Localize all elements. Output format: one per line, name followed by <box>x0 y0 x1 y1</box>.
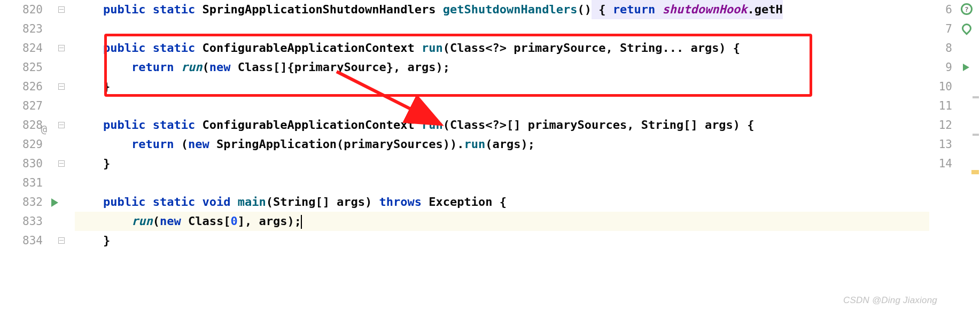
gutter[interactable] <box>48 154 75 173</box>
line-number: 825 <box>0 58 48 77</box>
line-number: 826 <box>0 77 48 96</box>
code-line[interactable]: 825 return run(new Class[]{primarySource… <box>0 58 980 77</box>
line-number: 829 <box>0 135 48 154</box>
right-line-number: 14 <box>929 154 959 173</box>
code-line[interactable]: 820 public static SpringApplicationShutd… <box>0 0 980 19</box>
code-text[interactable]: public static ConfigurableApplicationCon… <box>75 38 929 58</box>
code-text[interactable]: public static ConfigurableApplicationCon… <box>75 115 929 135</box>
line-number: 833 <box>0 212 48 231</box>
run-icon[interactable] <box>963 64 969 71</box>
line-number: 824 <box>0 38 48 58</box>
code-text[interactable]: } <box>75 77 929 96</box>
gutter[interactable] <box>48 115 75 135</box>
gutter[interactable] <box>48 77 75 96</box>
fold-expand-icon[interactable] <box>58 6 65 13</box>
line-number: 827 <box>0 96 48 115</box>
code-line[interactable]: 834 } <box>0 231 980 250</box>
code-text[interactable]: return run(new Class[]{primarySource}, a… <box>75 58 929 77</box>
gutter[interactable] <box>48 19 75 38</box>
line-number: 830 <box>0 154 48 173</box>
right-line-number: 9 <box>929 58 959 77</box>
code-line[interactable]: 824 public static ConfigurableApplicatio… <box>0 38 980 58</box>
gutter[interactable] <box>48 173 75 192</box>
code-line[interactable]: 830 } 14 <box>0 154 980 173</box>
code-text[interactable]: run(new Class[0], args); <box>75 212 929 231</box>
fold-end-icon[interactable] <box>58 83 65 90</box>
scrollbar-marks[interactable] <box>970 0 980 309</box>
mark[interactable] <box>973 134 979 136</box>
text-caret <box>301 215 302 229</box>
code-line[interactable]: 827 11 <box>0 96 980 115</box>
editor[interactable]: 820 public static SpringApplicationShutd… <box>0 0 980 309</box>
code-line[interactable]: 832 public static void main(String[] arg… <box>0 192 980 212</box>
mark[interactable] <box>973 96 979 98</box>
gutter[interactable] <box>48 58 75 77</box>
code-text[interactable]: } <box>75 154 929 173</box>
line-number: 831 <box>0 173 48 192</box>
fold-end-icon[interactable] <box>58 160 65 167</box>
fold-collapse-icon[interactable] <box>58 45 65 51</box>
fold-collapse-icon[interactable] <box>58 122 65 128</box>
line-number: 828@ <box>0 115 48 135</box>
line-number: 823 <box>0 19 48 38</box>
run-gutter-icon[interactable] <box>51 198 58 207</box>
gutter[interactable] <box>48 96 75 115</box>
gutter[interactable] <box>48 192 75 212</box>
code-line[interactable]: 828@ public static ConfigurableApplicati… <box>0 115 980 135</box>
right-line-number: 10 <box>929 77 959 96</box>
right-line-number: 11 <box>929 96 959 115</box>
gutter[interactable] <box>48 231 75 250</box>
code-line[interactable]: 831 <box>0 173 980 192</box>
right-line-number: 13 <box>929 135 959 154</box>
code-text[interactable]: } <box>75 231 929 250</box>
watermark: CSDN @Ding Jiaxiong <box>843 295 937 306</box>
code-text[interactable]: public static SpringApplicationShutdownH… <box>75 0 929 19</box>
code-text[interactable]: return (new SpringApplication(primarySou… <box>75 135 929 154</box>
code-line[interactable]: 829 return (new SpringApplication(primar… <box>0 135 980 154</box>
right-line-number: 8 <box>929 38 959 58</box>
right-line-number: 6 <box>929 0 959 19</box>
line-number: 832 <box>0 192 48 212</box>
fold-end-icon[interactable] <box>58 237 65 244</box>
gutter[interactable] <box>48 38 75 58</box>
code-line[interactable]: 826 } 10 <box>0 77 980 96</box>
gutter[interactable] <box>48 0 75 19</box>
mark[interactable] <box>971 170 979 174</box>
gutter[interactable] <box>48 135 75 154</box>
line-number: 834 <box>0 231 48 250</box>
right-line-number: 7 <box>929 19 959 38</box>
right-line-number: 12 <box>929 115 959 135</box>
gutter[interactable] <box>48 212 75 231</box>
line-number: 820 <box>0 0 48 19</box>
code-text[interactable]: public static void main(String[] args) t… <box>75 192 929 212</box>
code-line[interactable]: 823 7 <box>0 19 980 38</box>
code-line[interactable]: 833 run(new Class[0], args); <box>0 212 980 231</box>
